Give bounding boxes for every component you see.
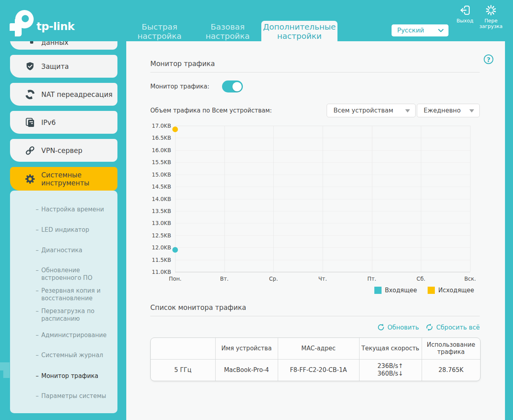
chart-legend: ВходящееИсходящее (364, 287, 474, 294)
chevron-down-icon (438, 29, 444, 32)
page-title: Монитор трафика (150, 60, 215, 68)
tab-basic[interactable]: Базовая настройка (190, 22, 266, 41)
table-row: 5 ГГцMacBook-Pro-4F8-FF-C2-20-CB-1A236B/… (151, 359, 480, 381)
qos-icon (25, 41, 35, 44)
reset-all-label: Сбросить всё (436, 324, 480, 331)
submenu-item-label: Перезагрузка по расписанию (41, 307, 95, 322)
submenu-item-label: LED индикатор (41, 226, 89, 233)
table-header-cell: MAC-адрес (278, 338, 359, 359)
legend-item: Исходящее (428, 287, 474, 294)
x-axis-tick: Пон. (159, 275, 191, 282)
y-axis-tick: 11.0KB (143, 269, 171, 275)
submenu-item-dash: – (36, 287, 39, 295)
submenu-item-time-settings[interactable]: –Настройка времени (10, 206, 117, 213)
tp-monogram-icon (10, 10, 34, 36)
device-select[interactable]: Всем устройствам (327, 104, 416, 117)
submenu-item-label: Монитор трафика (41, 372, 98, 380)
tab-advanced[interactable]: Дополнительные настройки (261, 21, 337, 41)
gridline-v (372, 126, 372, 272)
help-button[interactable]: ? (484, 54, 493, 64)
submenu-item-dash: – (36, 206, 39, 213)
submenu-item-firmware-upgrade[interactable]: –Обновление встроенного ПО (10, 267, 117, 282)
y-axis-tick: 16.5KB (143, 135, 171, 141)
tp-link-logo: tp-link (10, 8, 102, 37)
refresh-label: Обновить (388, 324, 419, 331)
submenu-item-reboot-schedule[interactable]: –Перезагрузка по расписанию (10, 307, 117, 323)
y-axis-tick: 16.0KB (143, 147, 171, 153)
table-header-cell: Имя устройства (215, 338, 278, 359)
x-axis-tick: Сб. (405, 275, 437, 282)
x-axis-tick: Вск. (454, 275, 486, 282)
sidebar: Приоритезация данныхЗащитаNAT переадреса… (0, 41, 126, 420)
y-axis-tick: 14.0KB (143, 196, 171, 202)
shield-icon (25, 61, 35, 72)
table-cell: 28.765K (422, 359, 480, 381)
gridline-v (421, 126, 421, 272)
caret-down-icon (469, 109, 474, 113)
device-select-value: Всем устройствам (333, 104, 393, 117)
sidebar-item-security[interactable]: Защита (10, 55, 117, 78)
refresh-icon (377, 324, 385, 331)
sidebar-item-ipv6[interactable]: IPv6 (10, 111, 117, 134)
gridline-v (273, 126, 274, 272)
sidebar-item-label: Системные инструменты (41, 171, 114, 187)
submenu-item-system-parameters[interactable]: –Параметры системы (10, 392, 117, 400)
y-axis-tick: 12.0KB (143, 244, 171, 251)
y-axis-tick: 15.5KB (143, 159, 171, 165)
data-point-Исходящее (172, 127, 178, 132)
submenu-item-dash: – (36, 267, 39, 274)
reload-button[interactable]: Пере загрузка (478, 4, 504, 29)
gridline-v (224, 126, 225, 272)
submenu-item-label: Параметры системы (41, 392, 106, 400)
submenu-item-backup-restore[interactable]: –Резервная копия и восстановление (10, 287, 117, 302)
submenu-item-label: Настройка времени (41, 206, 104, 213)
submenu-item-dash: – (36, 352, 39, 359)
submenu-item-label: Резервная копия и восстановление (41, 287, 101, 302)
submenu-item-label: Администрирование (41, 332, 107, 339)
y-axis-tick: 17.0KB (143, 123, 171, 129)
divider (150, 72, 480, 72)
sidebar-item-label: Приоритезация данных (41, 41, 114, 46)
y-axis-tick: 13.5KB (143, 208, 171, 214)
table-cell: 236B/s↑ 360B/s↓ (359, 359, 422, 381)
refresh-link[interactable]: Обновить (377, 324, 419, 331)
reload-label: Пере загрузка (478, 18, 504, 29)
submenu-item-system-log[interactable]: –Системный журнал (10, 352, 117, 359)
submenu-item-traffic-monitor[interactable]: –Монитор трафика (10, 372, 117, 380)
table-header-row: Имя устройстваMAC-адресТекущая скоростьИ… (151, 338, 480, 359)
caret-down-icon (405, 109, 410, 113)
table-header-cell (151, 338, 215, 359)
legend-swatch-icon (374, 287, 382, 294)
sidebar-item-vpn[interactable]: VPN-сервер (10, 139, 117, 162)
ipv6-icon (25, 117, 35, 128)
table-cell: F8-FF-C2-20-CB-1A (278, 359, 359, 381)
submenu-item-dash: – (36, 392, 39, 400)
submenu-item-led[interactable]: –LED индикатор (10, 226, 117, 234)
legend-label: Входящее (385, 287, 417, 294)
legend-swatch-icon (428, 287, 435, 294)
logout-button[interactable]: Выход (452, 4, 478, 24)
y-axis-tick: 11.5KB (143, 257, 171, 263)
sidebar-item-system-tools[interactable]: Системные инструменты (10, 167, 117, 191)
period-select[interactable]: Ежедневно (417, 104, 480, 117)
submenu-item-label: Диагностика (41, 247, 83, 254)
sidebar-item-label: NAT переадресация (41, 90, 114, 98)
sidebar-item-nat[interactable]: NAT переадресация (10, 83, 117, 106)
traffic-monitor-toggle[interactable] (222, 80, 243, 92)
table-actions: Обновить Сбросить всё (370, 324, 480, 331)
table-cell: MacBook-Pro-4 (215, 359, 278, 381)
language-select[interactable]: Русский (392, 24, 448, 36)
gridline-v (323, 126, 323, 272)
submenu-item-dash: – (36, 332, 39, 339)
y-axis-tick: 14.5KB (143, 183, 171, 190)
table-header-cell: Текущая скорость (359, 338, 422, 359)
tp-link-router-admin: tp-link Быстрая настройка Базовая настро… (0, 0, 513, 420)
reset-all-link[interactable]: Сбросить всё (426, 324, 480, 331)
tab-quick-setup[interactable]: Быстрая настройка (121, 22, 198, 41)
sidebar-item-qos[interactable]: Приоритезация данных (10, 41, 117, 50)
submenu-item-administration[interactable]: –Администрирование (10, 332, 117, 339)
gear-icon (25, 174, 35, 184)
submenu-item-diagnostics[interactable]: –Диагностика (10, 247, 117, 254)
reset-icon (426, 324, 433, 331)
table-cell: 5 ГГц (151, 359, 215, 381)
